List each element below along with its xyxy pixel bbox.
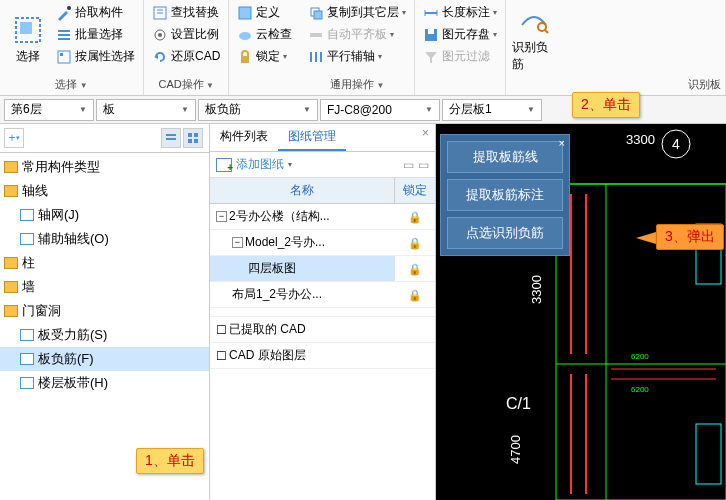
panel-close[interactable]: × xyxy=(416,124,435,151)
define[interactable]: 定义 xyxy=(233,2,296,23)
tree-item[interactable]: 辅助轴线(O) xyxy=(0,227,209,251)
popup-close[interactable]: × xyxy=(559,137,565,149)
lock-icon[interactable] xyxy=(408,236,422,250)
folder-icon xyxy=(4,305,18,317)
lock[interactable]: 锁定 ▾ xyxy=(233,46,296,67)
parallel-axis[interactable]: 平行辅轴 ▾ xyxy=(304,46,410,67)
find-replace[interactable]: 查找替换 xyxy=(148,2,224,23)
group-title-recognize: 识别板 xyxy=(688,78,721,90)
svg-point-29 xyxy=(538,23,546,31)
svg-rect-14 xyxy=(239,7,251,19)
folder-icon xyxy=(4,281,18,293)
recognize-icon xyxy=(518,5,550,37)
chevron-down-icon[interactable]: ▼ xyxy=(204,81,214,90)
table-row[interactable]: 四层板图 xyxy=(210,256,435,282)
recognize-negative-rebar[interactable]: 识别负筋 xyxy=(510,2,558,76)
tree-item[interactable]: 柱 xyxy=(0,251,209,275)
cloud-icon xyxy=(237,27,253,43)
chevron-down-icon: ▼ xyxy=(425,105,433,114)
tree-item-label: 板受力筋(S) xyxy=(38,326,107,344)
svg-text:3300: 3300 xyxy=(529,275,544,304)
checkbox[interactable]: ☐ xyxy=(216,349,227,363)
tree-item[interactable]: 板受力筋(S) xyxy=(0,323,209,347)
restore-cad[interactable]: 还原CAD xyxy=(148,46,224,67)
chevron-down-icon[interactable]: ▾ xyxy=(402,8,406,17)
chevron-down-icon[interactable]: ▾ xyxy=(493,30,497,39)
extract-rebar-line[interactable]: 提取板筋线 xyxy=(447,141,563,173)
table-row[interactable]: 布局1_2号办公... xyxy=(210,282,435,308)
cloud-check[interactable]: 云检查 xyxy=(233,24,296,45)
lock-icon[interactable] xyxy=(408,288,422,302)
sheet-icon xyxy=(20,233,34,245)
tree-item[interactable]: 门窗洞 xyxy=(0,299,209,323)
svg-text:4: 4 xyxy=(672,136,680,152)
set-scale[interactable]: 设置比例 xyxy=(148,24,224,45)
expand-toggle[interactable]: − xyxy=(216,211,227,222)
tree-item[interactable]: 楼层板带(H) xyxy=(0,371,209,395)
expand-toggle[interactable]: − xyxy=(232,237,243,248)
chevron-down-icon[interactable]: ▾ xyxy=(288,160,292,169)
svg-marker-28 xyxy=(425,52,437,63)
tree-item[interactable]: 轴网(J) xyxy=(0,203,209,227)
click-recognize-negative[interactable]: 点选识别负筋 xyxy=(447,217,563,249)
find-icon xyxy=(152,5,168,21)
pick-component[interactable]: 拾取构件 xyxy=(52,2,139,23)
annotation-1: 1、单击 xyxy=(136,448,204,474)
floor-dropdown[interactable]: 第6层▼ xyxy=(4,99,94,121)
type-dropdown[interactable]: 板▼ xyxy=(96,99,196,121)
nav-add[interactable]: +▾ xyxy=(4,128,24,148)
tree-item[interactable]: 轴线 xyxy=(0,179,209,203)
chevron-down-icon[interactable]: ▾ xyxy=(493,8,497,17)
nav-toolbar: +▾ xyxy=(0,124,209,153)
tree-item[interactable]: 常用构件类型 xyxy=(0,155,209,179)
table-row[interactable]: −2号办公楼（结构... xyxy=(210,204,435,230)
recognize-popup: × 提取板筋线 提取板筋标注 点选识别负筋 xyxy=(440,134,570,256)
ribbon-group-copy: 复制到其它层 ▾ 自动平齐板 ▾ 平行辅轴 ▾ 通用操作 ▼ xyxy=(300,0,415,95)
tab-component-list[interactable]: 构件列表 xyxy=(210,124,278,151)
length-dim[interactable]: 长度标注 ▾ xyxy=(419,2,501,23)
table-row[interactable] xyxy=(210,308,435,317)
tab-drawing-manage[interactable]: 图纸管理 xyxy=(278,124,346,151)
lock-icon[interactable] xyxy=(408,262,422,276)
toolbar-extra2[interactable]: ▭ xyxy=(418,158,429,172)
table-row[interactable]: −Model_2号办... xyxy=(210,230,435,256)
table-row[interactable]: ☐已提取的 CAD xyxy=(210,317,435,343)
grid-view-icon xyxy=(187,132,199,144)
chevron-down-icon[interactable]: ▼ xyxy=(374,81,384,90)
ribbon: 选择 拾取构件 批量选择 按属性选择 选择 ▼ 查找替换 设置比例 还原CAD … xyxy=(0,0,726,96)
table-row[interactable]: ☐CAD 原始图层 xyxy=(210,343,435,369)
extract-rebar-label[interactable]: 提取板筋标注 xyxy=(447,179,563,211)
col-lock: 锁定 xyxy=(395,178,435,203)
element-save[interactable]: 图元存盘 ▾ xyxy=(419,24,501,45)
copy-to-layer[interactable]: 复制到其它层 ▾ xyxy=(304,2,410,23)
chevron-down-icon[interactable]: ▼ xyxy=(77,81,87,90)
select-button[interactable]: 选择 xyxy=(4,2,52,76)
save-icon xyxy=(423,27,439,43)
svg-text:4700: 4700 xyxy=(508,435,523,464)
tree-item[interactable]: 墙 xyxy=(0,275,209,299)
add-drawing[interactable]: 添加图纸 xyxy=(236,156,284,173)
svg-rect-35 xyxy=(188,139,192,143)
checkbox[interactable]: ☐ xyxy=(216,323,227,337)
tree-item-label: 墙 xyxy=(22,278,35,296)
svg-rect-31 xyxy=(166,134,176,136)
col-name: 名称 xyxy=(210,178,395,203)
select-label: 选择 xyxy=(16,48,40,65)
nav-view2[interactable] xyxy=(183,128,203,148)
tree-item-label: 柱 xyxy=(22,254,35,272)
cad-viewport[interactable]: × 提取板筋线 提取板筋标注 点选识别负筋 4 3300 3300 C/1 47… xyxy=(436,124,726,500)
chevron-down-icon[interactable]: ▾ xyxy=(378,52,382,61)
nav-view1[interactable] xyxy=(161,128,181,148)
tree-item[interactable]: 板负筋(F) xyxy=(0,347,209,371)
layer-dropdown[interactable]: 分层板1▼ xyxy=(442,99,542,121)
subtype-dropdown[interactable]: 板负筋▼ xyxy=(198,99,318,121)
spec-dropdown[interactable]: FJ-C8@200▼ xyxy=(320,99,440,121)
group-title-select: 选择 xyxy=(55,78,77,90)
folder-icon xyxy=(4,185,18,197)
toolbar-extra1[interactable]: ▭ xyxy=(403,158,414,172)
batch-select[interactable]: 批量选择 xyxy=(52,24,139,45)
select-by-property[interactable]: 按属性选择 xyxy=(52,46,139,67)
chevron-down-icon[interactable]: ▾ xyxy=(283,52,287,61)
sheet-icon xyxy=(20,209,34,221)
lock-icon[interactable] xyxy=(408,210,422,224)
